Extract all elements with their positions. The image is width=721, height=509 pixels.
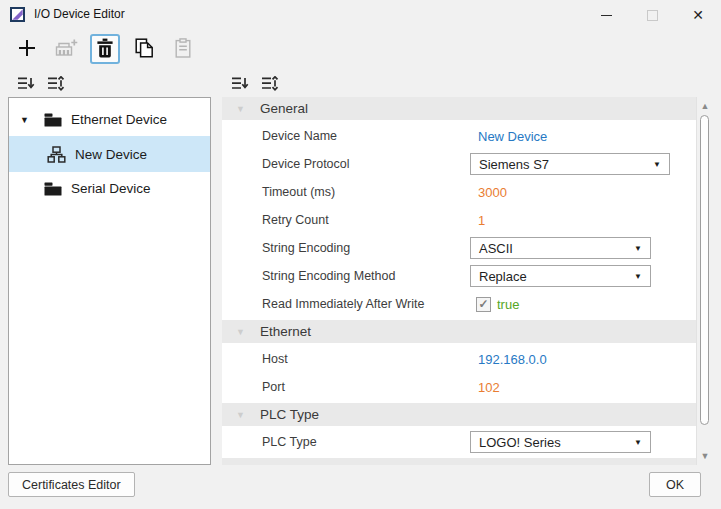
chevron-down-icon: ▼ [236, 410, 245, 420]
property-row-plc-type: PLC TypeLOGO! Series▼ [222, 428, 696, 456]
chevron-down-icon: ▼ [634, 272, 642, 281]
section-title: Ethernet [260, 324, 311, 339]
dropdown-value: Replace [479, 269, 527, 284]
scrollbar-thumb[interactable] [700, 115, 709, 425]
chevron-down-icon: ▼ [236, 104, 245, 114]
collapse-all-button[interactable] [18, 76, 35, 94]
property-value: Replace▼ [478, 265, 696, 287]
chevron-down-icon: ▼ [634, 438, 642, 447]
dropdown-value: LOGO! Series [479, 435, 561, 450]
tree-panel-toolbar [18, 74, 65, 96]
property-value: New Device [478, 129, 696, 144]
copy-button[interactable] [129, 34, 159, 64]
property-value: ASCII▼ [478, 237, 696, 259]
property-label: String Encoding [262, 241, 478, 255]
property-row-device-protocol: Device ProtocolSiemens S7▼ [222, 150, 696, 178]
property-value: 102 [478, 380, 696, 395]
expander-icon[interactable]: ▼ [9, 115, 44, 125]
close-icon: ✕ [692, 8, 704, 22]
section-s7: ▼S7 [222, 458, 696, 465]
section-header-s7[interactable]: ▼S7 [222, 458, 696, 465]
clipboard-icon [175, 38, 191, 61]
maximize-button[interactable] [629, 0, 675, 30]
tree-item-new-device[interactable]: New Device [9, 136, 210, 172]
checkbox-read-immediately-after-write[interactable]: ✓ [476, 297, 491, 312]
property-row-string-encoding-method: String Encoding MethodReplace▼ [222, 262, 696, 290]
section-title: General [260, 101, 308, 116]
folder-icon [44, 113, 62, 127]
value-text-host[interactable]: 192.168.0.0 [478, 352, 547, 367]
tree-item-ethernet-device[interactable]: ▼Ethernet Device [9, 103, 210, 136]
tree-item-label: New Device [75, 147, 147, 162]
section-header-general[interactable]: ▼General [222, 97, 696, 120]
certificates-editor-button[interactable]: Certificates Editor [8, 472, 135, 497]
collapse-all-button[interactable] [232, 76, 249, 94]
tree-item-label: Serial Device [71, 181, 151, 196]
chevron-down-icon: ▼ [634, 244, 642, 253]
ok-button[interactable]: OK [649, 472, 701, 497]
paste-button [168, 34, 198, 64]
copy-icon [135, 38, 154, 61]
section-plc-type: ▼PLC TypePLC TypeLOGO! Series▼ [222, 403, 696, 456]
trash-icon [96, 38, 114, 61]
plus-icon [17, 38, 37, 61]
property-row-host: Host192.168.0.0 [222, 345, 696, 373]
scroll-down-icon[interactable]: ▼ [697, 448, 713, 464]
section-title: PLC Type [260, 407, 319, 422]
property-row-read-immediately-after-write: Read Immediately After Write✓true [222, 290, 696, 318]
window-title: I/O Device Editor [34, 7, 125, 21]
chevron-down-icon: ▼ [653, 160, 661, 169]
titlebar: I/O Device Editor ✕ [0, 0, 721, 28]
property-label: Port [262, 380, 478, 394]
scroll-up-icon[interactable]: ▲ [697, 98, 713, 114]
value-text-port[interactable]: 102 [478, 380, 500, 395]
property-label: Retry Count [262, 213, 478, 227]
value-text-device-name[interactable]: New Device [478, 129, 547, 144]
expander-spacer: ▼ [9, 184, 44, 194]
minimize-button[interactable] [583, 0, 629, 30]
expand-all-button[interactable] [48, 76, 65, 94]
add-device-icon [55, 38, 78, 61]
property-label: Device Protocol [262, 157, 478, 171]
grid-panel-toolbar [232, 74, 279, 96]
property-row-string-encoding: String EncodingASCII▼ [222, 234, 696, 262]
expand-all-icon [48, 76, 65, 94]
vertical-scrollbar[interactable]: ▲ ▼ [696, 97, 713, 465]
property-value: 192.168.0.0 [478, 352, 696, 367]
dropdown-plc-type[interactable]: LOGO! Series▼ [470, 431, 651, 453]
device-tree: ▼Ethernet DeviceNew Device▼Serial Device [8, 97, 211, 465]
section-header-plc-type[interactable]: ▼PLC Type [222, 403, 696, 426]
value-text-timeout-ms[interactable]: 3000 [478, 185, 507, 200]
value-text-retry-count[interactable]: 1 [478, 213, 485, 228]
chevron-down-icon: ▼ [236, 465, 245, 466]
property-panel: ▼GeneralDevice NameNew DeviceDevice Prot… [222, 97, 713, 465]
add-device-button [51, 34, 81, 64]
property-row-timeout-ms: Timeout (ms)3000 [222, 178, 696, 206]
property-value: LOGO! Series▼ [478, 431, 696, 453]
property-label: String Encoding Method [262, 269, 478, 283]
network-device-icon [47, 146, 66, 163]
main-toolbar [12, 32, 198, 66]
section-header-ethernet[interactable]: ▼Ethernet [222, 320, 696, 343]
property-row-retry-count: Retry Count1 [222, 206, 696, 234]
dropdown-string-encoding[interactable]: ASCII▼ [470, 237, 651, 259]
tree-item-label: Ethernet Device [71, 112, 167, 127]
expand-all-button[interactable] [262, 76, 279, 94]
dropdown-device-protocol[interactable]: Siemens S7▼ [470, 153, 670, 175]
section-general: ▼GeneralDevice NameNew DeviceDevice Prot… [222, 97, 696, 318]
property-label: Timeout (ms) [262, 185, 478, 199]
property-value: Siemens S7▼ [478, 153, 696, 175]
property-value: 1 [478, 213, 696, 228]
section-title: S7 [260, 462, 277, 465]
expand-all-icon [262, 76, 279, 94]
folder-icon [44, 182, 62, 196]
delete-button[interactable] [90, 34, 120, 64]
close-button[interactable]: ✕ [675, 0, 721, 30]
chevron-down-icon: ▼ [236, 327, 245, 337]
property-value: ✓true [478, 297, 696, 312]
tree-item-serial-device[interactable]: ▼Serial Device [9, 172, 210, 205]
dropdown-string-encoding-method[interactable]: Replace▼ [470, 265, 651, 287]
window-controls: ✕ [583, 0, 721, 30]
property-row-port: Port102 [222, 373, 696, 401]
add-button[interactable] [12, 34, 42, 64]
